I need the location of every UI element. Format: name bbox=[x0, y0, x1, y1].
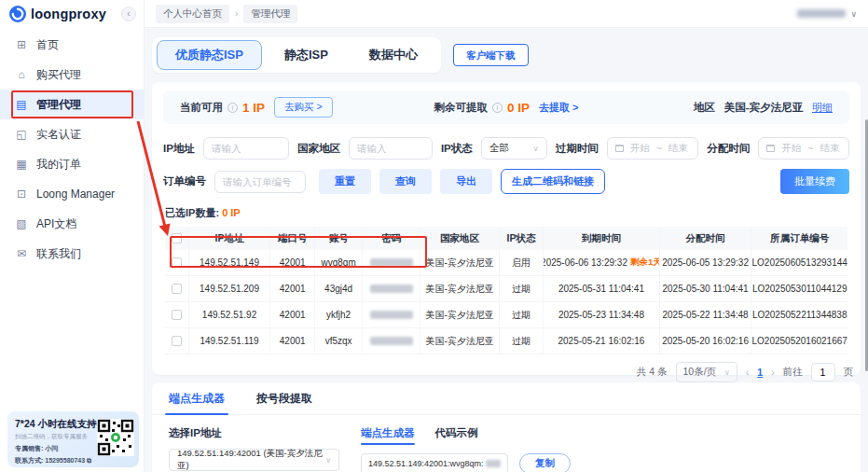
product-tabs: 优质静态ISP 静态ISP 数据中心 bbox=[152, 37, 441, 73]
ip-address-select[interactable]: 149.52.51.149:42001 (美国-宾夕法尼亚) ∨ bbox=[169, 449, 339, 471]
extract-label: 剩余可提取 bbox=[434, 101, 488, 115]
breadcrumb-home[interactable]: 个人中心首页 bbox=[156, 5, 229, 23]
cell-assign: 2025-05-22 11:34:48 bbox=[660, 302, 752, 327]
copy-button[interactable]: 复制 bbox=[519, 453, 571, 472]
cell-status: 启用 bbox=[500, 250, 544, 275]
sidebar-item-manage-proxy[interactable]: ▤管理代理 bbox=[0, 90, 144, 119]
user-menu[interactable]: ∨ bbox=[797, 9, 857, 19]
batch-renew-button[interactable]: 批量续费 bbox=[780, 169, 849, 194]
cell-account: 43gj4d bbox=[315, 276, 363, 301]
region-label: 地区 bbox=[694, 101, 715, 115]
next-page-button[interactable]: › bbox=[771, 368, 774, 378]
tab-static-isp[interactable]: 静态ISP bbox=[266, 40, 347, 70]
row-checkbox[interactable] bbox=[172, 284, 182, 294]
sidebar-item-label: 联系我们 bbox=[36, 246, 81, 262]
manage-proxy-icon: ▤ bbox=[15, 98, 28, 111]
cell-port: 42001 bbox=[270, 328, 315, 354]
status-filter-value: 全部 bbox=[489, 142, 509, 155]
page-size-select[interactable]: 10条/页 ∨ bbox=[676, 362, 737, 382]
sidebar-item-api-docs[interactable]: ▧API文档 bbox=[0, 209, 144, 239]
sidebar-item-label: 我的订单 bbox=[36, 157, 81, 173]
assign-date-range[interactable]: 开始 ~ 结束 bbox=[758, 137, 849, 160]
range-separator: ~ bbox=[807, 143, 813, 154]
row-checkbox[interactable] bbox=[172, 336, 182, 346]
order-filter-label: 订单编号 bbox=[163, 174, 206, 188]
available-value: 1 IP bbox=[242, 101, 265, 115]
sidebar-item-label: API文档 bbox=[36, 216, 76, 232]
order-filter-input[interactable] bbox=[214, 171, 306, 193]
cell-expire: 2025-05-21 16:02:16 bbox=[544, 328, 659, 354]
page-number[interactable]: 1 bbox=[757, 367, 763, 378]
export-button[interactable]: 导出 bbox=[440, 169, 492, 194]
range-start-placeholder: 开始 bbox=[630, 142, 650, 155]
sidebar-item-my-orders[interactable]: ▦我的订单 bbox=[0, 149, 144, 179]
tab-extract-by-range[interactable]: 按号段提取 bbox=[256, 391, 312, 414]
breadcrumb-current[interactable]: 管理代理 bbox=[243, 5, 297, 23]
ip-filter-label: IP地址 bbox=[163, 142, 195, 156]
sidebar-item-loong-manager[interactable]: ⊡Loong Manager bbox=[0, 179, 144, 209]
query-button[interactable]: 查询 bbox=[379, 169, 432, 194]
generator-tabs: 端点生成器 按号段提取 bbox=[152, 382, 861, 415]
status-filter-label: IP状态 bbox=[441, 142, 473, 156]
goto-page-input[interactable] bbox=[811, 363, 835, 382]
extract-link[interactable]: 去提取 > bbox=[539, 101, 578, 115]
region-detail-link[interactable]: 明细 bbox=[812, 101, 833, 115]
calendar-icon bbox=[615, 145, 624, 152]
col-account: 账号 bbox=[315, 227, 363, 250]
country-filter-input[interactable] bbox=[349, 137, 433, 160]
user-name-redacted bbox=[797, 9, 846, 18]
support-agent: 专属销售: 小闫 bbox=[15, 444, 93, 453]
row-checkbox[interactable] bbox=[172, 310, 182, 320]
contact-us-icon: ✉ bbox=[15, 247, 28, 260]
selected-count-label: 已选IP数量: bbox=[165, 207, 219, 218]
sidebar-item-label: 实名认证 bbox=[36, 127, 81, 143]
selected-count: 已选IP数量: 0 IP bbox=[165, 206, 847, 220]
sidebar-item-home[interactable]: ⊞首页 bbox=[0, 30, 144, 60]
buy-more-button[interactable]: 去购买 > bbox=[274, 97, 333, 118]
row-checkbox[interactable] bbox=[172, 257, 182, 268]
endpoint-card: 端点生成器 按号段提取 选择IP地址 149.52.51.149:42001 (… bbox=[152, 382, 861, 472]
col-order: 所属订单编号 bbox=[751, 227, 847, 250]
expire-date-range[interactable]: 开始 ~ 结束 bbox=[607, 137, 699, 160]
cell-expire: 2025-05-23 11:34:48 bbox=[544, 302, 659, 327]
table-row: 149.52.51.14942001wvg8qm美国-宾夕法尼亚启用2025-0… bbox=[165, 250, 847, 276]
col-password: 密码 bbox=[363, 227, 420, 250]
table-body: 149.52.51.14942001wvg8qm美国-宾夕法尼亚启用2025-0… bbox=[165, 250, 847, 354]
support-card: 7*24 小时在线支持 扫描二维码，获取专属服务 专属销售: 小闫 联系方式: … bbox=[7, 411, 139, 467]
qr-code bbox=[97, 419, 134, 456]
password-redacted bbox=[370, 337, 413, 345]
tab-endpoint-generator[interactable]: 端点生成器 bbox=[169, 391, 225, 414]
sidebar: loongproxy ‹ ⊞首页⌂购买代理▤管理代理◱实名认证▦我的订单⊡Loo… bbox=[0, 0, 145, 472]
cell-order: LO2025052016021667 bbox=[751, 328, 847, 354]
sidebar-item-identity-verify[interactable]: ◱实名认证 bbox=[0, 119, 144, 149]
loong-manager-icon: ⊡ bbox=[15, 187, 28, 201]
range-end-placeholder: 结束 bbox=[668, 142, 688, 155]
sub-tab-endpoint-generator[interactable]: 端点生成器 bbox=[361, 426, 415, 444]
topbar: 个人中心首页 › 管理代理 ∨ bbox=[145, 0, 868, 28]
brand-name: loongproxy bbox=[31, 7, 106, 21]
reset-button[interactable]: 重置 bbox=[319, 169, 371, 194]
support-contact[interactable]: 联系方式: 15295580743 ⧉ bbox=[15, 456, 93, 465]
breadcrumb-separator: › bbox=[235, 8, 238, 19]
sub-tab-code-sample[interactable]: 代码示例 bbox=[435, 426, 478, 444]
col-country: 国家地区 bbox=[420, 227, 499, 250]
sidebar-item-buy-proxy[interactable]: ⌂购买代理 bbox=[0, 60, 144, 90]
tab-datacenter[interactable]: 数据中心 bbox=[351, 40, 436, 70]
cell-password bbox=[363, 302, 420, 327]
page-size-value: 10条/页 bbox=[683, 366, 717, 379]
client-download-button[interactable]: 客户端下载 bbox=[453, 44, 529, 66]
sidebar-item-contact-us[interactable]: ✉联系我们 bbox=[0, 239, 144, 269]
select-all-checkbox[interactable] bbox=[172, 233, 182, 243]
range-end-placeholder: 结束 bbox=[820, 142, 839, 155]
ip-filter-input[interactable] bbox=[203, 137, 289, 160]
endpoint-output[interactable]: 149.52.51.149:42001:wvg8qm: bbox=[361, 453, 508, 472]
cell-country: 美国-宾夕法尼亚 bbox=[420, 302, 499, 327]
password-redacted bbox=[370, 285, 413, 293]
generate-qr-link-button[interactable]: 生成二维码和链接 bbox=[501, 169, 605, 194]
cell-country: 美国-宾夕法尼亚 bbox=[420, 250, 499, 275]
app-root: loongproxy ‹ ⊞首页⌂购买代理▤管理代理◱实名认证▦我的订单⊡Loo… bbox=[0, 0, 868, 472]
sidebar-collapse-button[interactable]: ‹ bbox=[121, 7, 136, 21]
status-filter-select[interactable]: 全部 ∨ bbox=[481, 137, 547, 160]
tab-premium-static-isp[interactable]: 优质静态ISP bbox=[157, 40, 262, 70]
prev-page-button[interactable]: ‹ bbox=[746, 368, 749, 378]
